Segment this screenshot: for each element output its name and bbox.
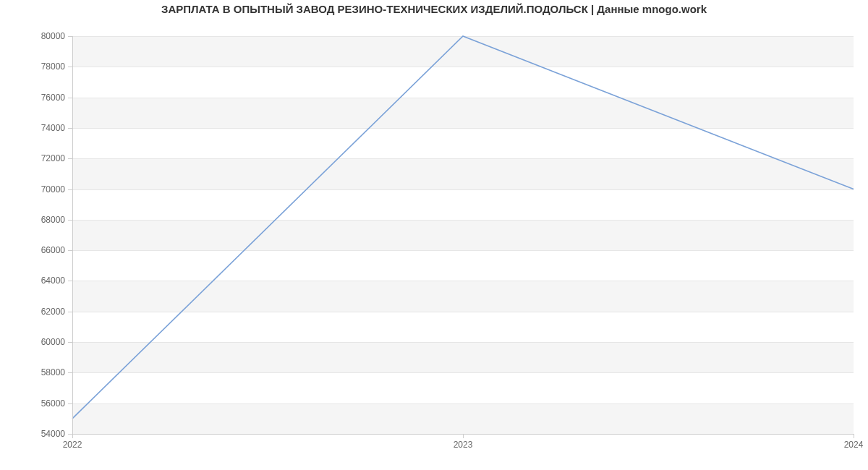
chart-title: ЗАРПЛАТА В ОПЫТНЫЙ ЗАВОД РЕЗИНО-ТЕХНИЧЕС…	[0, 3, 868, 15]
y-tick-label: 66000	[0, 245, 65, 255]
x-tick-label: 2024	[844, 440, 864, 450]
y-tick-label: 60000	[0, 337, 65, 347]
y-axis-line	[72, 36, 73, 434]
y-tick-label: 64000	[0, 275, 65, 286]
y-tick-label: 72000	[0, 153, 65, 163]
y-tick-label: 56000	[0, 398, 65, 409]
plot-area	[72, 36, 854, 434]
y-tick-label: 76000	[0, 93, 65, 103]
y-tick-label: 68000	[0, 215, 65, 225]
y-tick-label: 58000	[0, 367, 65, 377]
y-tick-label: 70000	[0, 184, 65, 195]
x-tick-label: 2022	[63, 440, 82, 450]
x-axis-line	[72, 434, 854, 435]
y-tick-label: 78000	[0, 61, 65, 72]
y-tick-label: 54000	[0, 429, 65, 439]
y-tick-label: 80000	[0, 31, 65, 41]
x-tick-mark	[854, 434, 854, 438]
salary-line-chart: ЗАРПЛАТА В ОПЫТНЫЙ ЗАВОД РЕЗИНО-ТЕХНИЧЕС…	[0, 0, 868, 470]
y-tick-label: 62000	[0, 307, 65, 317]
line-layer	[72, 36, 854, 434]
x-tick-label: 2023	[454, 440, 473, 450]
y-tick-label: 74000	[0, 123, 65, 133]
salary-series-line	[72, 36, 854, 419]
